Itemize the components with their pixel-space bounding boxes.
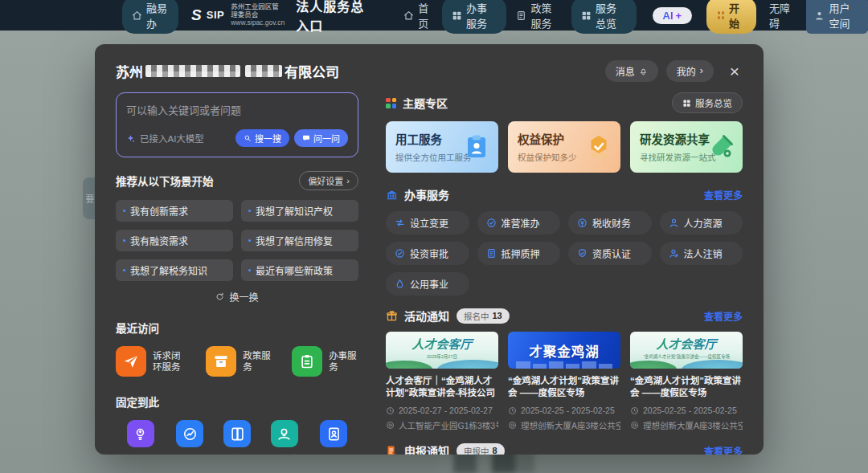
clipboard-person-icon (463, 133, 490, 161)
theme-card[interactable]: 用工服务提供全方位用工服务 (386, 121, 498, 173)
preferences-label: 偏好设置 (308, 174, 343, 187)
declare-badge-label: 申报中 (464, 445, 489, 455)
scenario-label: 我有融资需求 (130, 234, 188, 247)
ask-button[interactable]: 问一问 (294, 129, 348, 147)
service-item[interactable]: 投资审批 (386, 242, 469, 265)
theme-card[interactable]: 权益保护权益保护知多少 (508, 121, 620, 173)
activities-more-link[interactable]: 查看更多 (704, 309, 743, 323)
recent-item[interactable]: 政策服务 (206, 346, 272, 377)
pinned-item-label: 知识产权 (268, 452, 301, 455)
bulb-icon (133, 426, 148, 442)
side-tab[interactable]: 要 (83, 177, 96, 219)
bell-icon (639, 67, 648, 75)
search-input[interactable]: 可以输入关键词或者问题 (126, 102, 348, 117)
activity-cards: 人才会客厅2025年2月27日人才会客厅｜“金鸡湖人才计划”政策宣讲会-科技公司… (386, 332, 743, 431)
mine-label: 我的 (677, 64, 696, 78)
service-item[interactable]: 抵押质押 (477, 242, 561, 265)
banner-title: 才聚金鸡湖 (508, 341, 620, 361)
activity-location-row: 理想创新大厦A座3楼公共空间（… (508, 419, 620, 431)
nav-home-label: 首页 (418, 0, 432, 31)
activity-location-row: 人工智能产业园G1栋3楼3号会… (386, 419, 498, 431)
check-circle-icon (395, 248, 405, 259)
recent-item-label: 办事服务 (329, 350, 358, 373)
banner-hill (682, 360, 743, 369)
user-space-label: 用户空间 (829, 0, 860, 31)
service-item[interactable]: 资质认证 (568, 242, 652, 265)
recent-item[interactable]: 诉求闭环服务 (116, 346, 186, 377)
theme-cards: 用工服务提供全方位用工服务权益保护权益保护知多少研发资源共享寻找研发资源一站式 (386, 121, 743, 173)
declarations-more-link[interactable]: 查看更多 (704, 444, 743, 455)
theme-grid-icon (386, 98, 396, 108)
pinned-item[interactable]: 投资创业 (168, 420, 212, 455)
service-item[interactable]: 法人注销 (660, 242, 743, 265)
banner-title: 人才会客厅 (630, 335, 743, 352)
scenario-button[interactable]: 我想了解税务知识 (116, 259, 233, 281)
doc-person-icon (320, 420, 347, 447)
messages-button[interactable]: 消息 (605, 60, 658, 82)
scenario-button[interactable]: 我有融资需求 (116, 230, 233, 251)
medal-icon (585, 133, 612, 161)
banner-hill (386, 361, 432, 369)
search-box: 可以输入关键词或者问题 已接入AI大模型 搜一搜 问一问 (116, 92, 358, 157)
scenario-label: 我想了解信用修复 (256, 234, 333, 247)
pinned-item[interactable]: 人才服务 (309, 420, 358, 455)
scenario-button[interactable]: 我想了解知识产权 (241, 200, 358, 222)
book-icon (223, 420, 251, 447)
pinned-item[interactable]: 知识产权 (262, 420, 306, 455)
rongyiban-label: 融易办 (146, 0, 169, 31)
pinned-item[interactable]: 创新需求服务 (116, 420, 165, 455)
nav-overview-label: 服务总览 (596, 0, 627, 31)
recent-item-label: 政策服务 (243, 350, 272, 373)
scenario-button[interactable]: 最近有哪些新政策 (241, 259, 358, 281)
nav-home[interactable]: 首页 (403, 0, 432, 31)
theme-card[interactable]: 研发资源共享寻找研发资源一站式 (630, 121, 743, 173)
search-button[interactable]: 搜一搜 (235, 129, 289, 147)
declarations-title: 申报通知 (404, 442, 449, 455)
service-item[interactable]: 准营准办 (477, 211, 561, 234)
service-item[interactable]: 人力资源 (660, 211, 743, 234)
preferences-button[interactable]: 偏好设置 › (299, 171, 358, 190)
rongyiban-button[interactable]: 融易办 (122, 0, 178, 34)
messages-label: 消息 (616, 64, 635, 78)
location-ring-icon (386, 421, 395, 430)
paper-plane-icon (123, 353, 139, 369)
activity-card[interactable]: 人才会客厅2025年2月27日人才会客厅｜“金鸡湖人才计划”政策宣讲会-科技公司… (386, 332, 498, 431)
activity-title: “金鸡湖人才计划”政策宣讲会 ——度假区专场 (508, 375, 620, 399)
nav-overview[interactable]: 服务总览 (571, 0, 637, 34)
recent-item[interactable]: 办事服务 (292, 346, 358, 377)
doc-icon (486, 248, 497, 259)
service-item[interactable]: 设立变更 (386, 211, 469, 234)
activity-date: 2025-02-25 - 2025-02-25 (521, 406, 615, 415)
service-item[interactable]: 税收财务 (568, 211, 652, 234)
bulb-icon (127, 420, 154, 447)
mine-button[interactable]: 我的 › (666, 60, 714, 82)
person-x-icon (669, 248, 679, 259)
refresh-button[interactable]: 换一换 (116, 290, 358, 304)
pinned-item[interactable]: 帮助中心 (215, 420, 260, 455)
archive-icon (213, 353, 229, 369)
activity-banner-image: 人才会客厅“金鸡湖人才计划”政策宣讲会——度假区专场 (630, 332, 743, 369)
close-icon[interactable]: × (727, 63, 743, 80)
home-icon (403, 10, 414, 21)
banner-subtitle: 2025年2月27日 (386, 353, 498, 360)
user-space-button[interactable]: 用户空间 (806, 0, 868, 34)
search-icon (244, 134, 252, 142)
service-item-label: 抵押质押 (502, 247, 540, 260)
redacted-company-name (145, 65, 240, 77)
recent-title: 最近访问 (116, 320, 358, 336)
services-more-link[interactable]: 查看更多 (704, 188, 743, 202)
scenario-button[interactable]: 我有创新需求 (116, 200, 233, 222)
nav-policy[interactable]: 政策服务 (516, 0, 562, 31)
services-grid: 设立变更准营准办税收财务人力资源投资审批抵押质押资质认证法人注销公用事业 (386, 211, 743, 296)
nav-services[interactable]: 办事服务 (442, 0, 507, 34)
service-item[interactable]: 公用事业 (386, 272, 469, 296)
ai-plus-button[interactable]: AI + (653, 7, 693, 24)
service-overview-button[interactable]: 服务总览 (672, 92, 743, 113)
grid-icon (452, 10, 462, 21)
activity-card[interactable]: 人才会客厅“金鸡湖人才计划”政策宣讲会——度假区专场“金鸡湖人才计划”政策宣讲会… (630, 332, 743, 431)
scenario-button[interactable]: 我想了解信用修复 (241, 230, 358, 251)
drop-icon (395, 279, 405, 289)
start-button[interactable]: 开始 (706, 0, 756, 34)
accessibility-link[interactable]: 无障碍 (769, 0, 795, 31)
activity-card[interactable]: 才聚金鸡湖“金鸡湖人才计划”政策宣讲会 ——度假区专场2025-02-25 - … (508, 332, 620, 431)
